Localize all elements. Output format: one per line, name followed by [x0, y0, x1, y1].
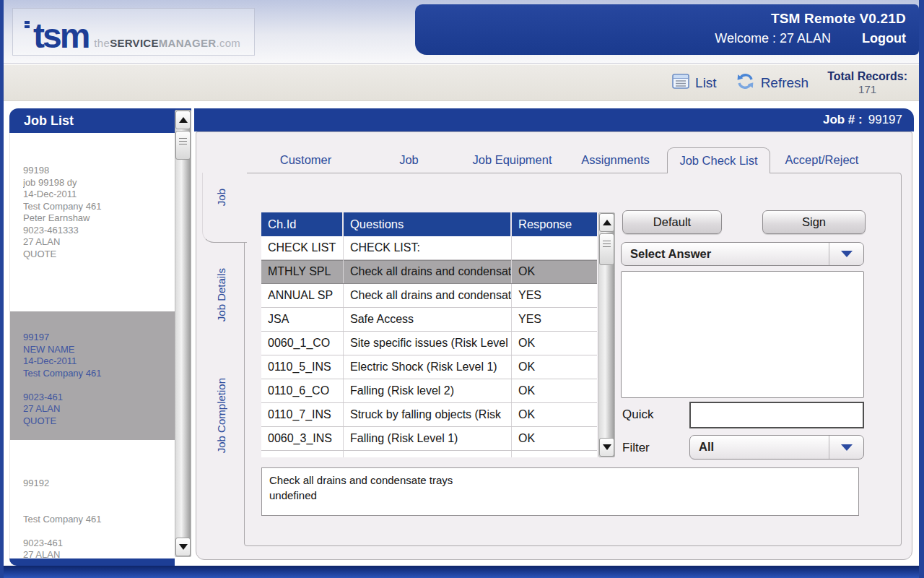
- side-tab-job-details[interactable]: Job Details: [215, 268, 227, 322]
- job-list-item-line: [23, 501, 175, 514]
- table-cell: OK: [512, 427, 597, 450]
- job-list-item-line: [23, 525, 175, 538]
- checklist-panel: Ch.Id Questions Response CHECK LISTCHECK…: [244, 173, 902, 546]
- detail-line: undefined: [269, 488, 851, 503]
- select-answer-value: Select Answer: [622, 243, 829, 265]
- job-list-footer-edge: [9, 558, 175, 566]
- table-cell: Check all drains and condensate trays: [344, 284, 512, 307]
- tab-assignments[interactable]: Assignments: [564, 147, 667, 173]
- job-number-value: 99197: [868, 113, 902, 126]
- table-row-partial: [261, 451, 597, 457]
- side-tab-job[interactable]: Job: [215, 189, 227, 206]
- table-cell: 0060_3_INS: [261, 427, 344, 450]
- sign-button[interactable]: Sign: [762, 210, 866, 234]
- job-list-item[interactable]: 99192 Test Company 461 9023-46127 ALANRD…: [10, 478, 175, 558]
- table-cell: OK: [512, 379, 597, 402]
- main-area: Job List 99198job 99198 dy14-Dec-2011Tes…: [7, 108, 914, 566]
- total-records: Total Records: 171: [827, 70, 912, 96]
- tab-job-equipment[interactable]: Job Equipment: [461, 147, 564, 173]
- table-cell: Safe Access: [344, 308, 512, 331]
- job-panel-body: CustomerJobJob EquipmentAssignmentsJob C…: [196, 131, 912, 560]
- job-list-sidebar: Job List 99198job 99198 dy14-Dec-2011Tes…: [9, 108, 191, 566]
- refresh-button[interactable]: Refresh: [736, 72, 809, 93]
- table-cell: Falling (Risk Level 1): [344, 427, 512, 450]
- job-list-item-line: [23, 490, 175, 502]
- select-answer-dropdown[interactable]: Select Answer: [621, 242, 864, 266]
- app-window: tsm theSERVICEMANAGER.com TSM Remote V0.…: [0, 0, 924, 578]
- job-list-item-line: NEW NAME: [23, 344, 175, 356]
- logout-link[interactable]: Logout: [862, 31, 906, 46]
- table-row[interactable]: 0060_3_INSFalling (Risk Level 1)OK: [261, 427, 597, 451]
- table-row[interactable]: 0110_7_INSStruck by falling objects (Ris…: [261, 403, 597, 427]
- col-header-questions: Questions: [344, 212, 512, 236]
- table-row[interactable]: CHECK LISTCHECK LIST:: [261, 236, 597, 260]
- chevron-down-icon[interactable]: [829, 436, 863, 459]
- scroll-down-icon[interactable]: [175, 538, 191, 556]
- table-row[interactable]: 0110_6_COFalling (Risk level 2)OK: [261, 379, 597, 403]
- tab-customer[interactable]: Customer: [254, 147, 357, 173]
- job-list-item-line: 9023-461333: [23, 225, 175, 237]
- job-list-item-line: [23, 379, 175, 392]
- table-cell: YES: [512, 284, 597, 307]
- tab-accept-reject[interactable]: Accept/Reject: [770, 147, 873, 173]
- table-scrollbar[interactable]: [598, 212, 615, 457]
- table-cell: ANNUAL SP: [261, 284, 344, 307]
- table-row[interactable]: 0060_1_COSite specific issues (Risk Leve…: [261, 332, 597, 355]
- job-list-item-line: Test Company 461: [23, 201, 175, 213]
- table-row[interactable]: 0110_5_INSElectric Shock (Risk Level 1)O…: [261, 355, 597, 379]
- job-list-item-line: 14-Dec-2011: [23, 189, 175, 201]
- table-cell: Site specific issues (Risk Level: [344, 332, 512, 355]
- filter-dropdown[interactable]: All: [689, 435, 864, 460]
- table-cell: CHECK LIST: [261, 236, 344, 259]
- app-title-box: TSM Remote V0.21D Welcome : 27 ALAN Logo…: [415, 4, 919, 55]
- job-list-item-line: 14-Dec-2011: [23, 355, 175, 368]
- quick-input[interactable]: [689, 402, 864, 428]
- table-cell: Falling (Risk level 2): [344, 379, 512, 402]
- table-cell: OK: [512, 260, 597, 283]
- welcome-text: Welcome : 27 ALAN: [715, 31, 831, 46]
- table-row[interactable]: JSASafe AccessYES: [261, 308, 597, 332]
- table-row[interactable]: ANNUAL SPCheck all drains and condensate…: [261, 284, 597, 308]
- scroll-down-icon[interactable]: [599, 438, 614, 457]
- table-row[interactable]: MTHLY SPLCheck all drains and condensate…: [261, 260, 597, 284]
- list-button[interactable]: List: [672, 74, 717, 92]
- job-number-label: Job # :: [823, 113, 863, 126]
- job-list-item-line: QUOTE: [23, 249, 175, 261]
- col-header-response: Response: [512, 212, 597, 236]
- job-list-item-line: QUOTE: [23, 415, 175, 428]
- job-list-item[interactable]: 99198job 99198 dy14-Dec-2011Test Company…: [10, 165, 175, 286]
- footer-bar: [4, 566, 919, 578]
- table-cell: OK: [512, 355, 597, 379]
- filter-value: All: [690, 436, 829, 459]
- scroll-up-icon[interactable]: [175, 111, 191, 129]
- table-cell: [512, 236, 597, 259]
- scrollbar-thumb[interactable]: [599, 233, 614, 265]
- table-cell: Electric Shock (Risk Level 1): [344, 355, 512, 379]
- tab-job[interactable]: Job: [357, 147, 461, 173]
- table-cell: OK: [512, 332, 597, 355]
- default-button[interactable]: Default: [622, 210, 722, 234]
- logo-site-text: theSERVICEMANAGER.com: [94, 37, 240, 49]
- table-cell: Struck by falling objects (Risk: [344, 403, 512, 426]
- tab-job-check-list[interactable]: Job Check List: [667, 147, 770, 173]
- answer-listbox[interactable]: [621, 271, 864, 398]
- job-list-item-line: job 99198 dy: [23, 177, 175, 189]
- list-label: List: [695, 75, 717, 91]
- job-list-item-line: 27 ALAN: [23, 549, 175, 558]
- scrollbar-thumb[interactable]: [175, 131, 191, 160]
- scroll-up-icon[interactable]: [599, 213, 614, 232]
- job-panel: Job # :99197 CustomerJobJob EquipmentAss…: [194, 108, 914, 560]
- side-tab-job-completion[interactable]: Job Completion: [215, 378, 227, 453]
- quick-label: Quick: [622, 407, 653, 422]
- job-list-title: Job List: [9, 108, 191, 133]
- job-list-scrollbar[interactable]: [175, 110, 191, 557]
- table-cell: MTHLY SPL: [261, 260, 344, 283]
- job-list-item[interactable]: 99197NEW NAME14-Dec-2011Test Company 461…: [10, 311, 175, 440]
- job-list-item-line: 9023-461: [23, 538, 175, 550]
- toolbar: List Refresh Total Records: 171: [4, 64, 919, 101]
- job-list-item-line: Test Company 461: [23, 368, 175, 380]
- job-list-item-line: 99197: [23, 332, 175, 344]
- job-number-bar: Job # :99197: [194, 108, 914, 131]
- chevron-down-icon[interactable]: [829, 243, 863, 265]
- detail-line: Check all drains and condensate trays: [269, 473, 851, 488]
